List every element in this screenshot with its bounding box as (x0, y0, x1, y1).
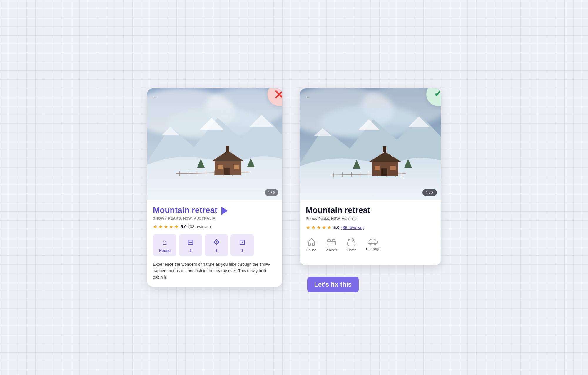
right-rating-count[interactable]: (38 reviews) (341, 225, 364, 230)
right-icon-house: House (306, 238, 317, 252)
garage-icon-right (368, 238, 378, 245)
right-stars: ★ ★ ★ ★ ★ (306, 224, 332, 231)
right-icon-bath: 1 bath (346, 238, 357, 252)
garage-label-right: 1 garage (365, 247, 380, 251)
bath-label: 1 (215, 248, 217, 253)
beds-label-right: 2 beds (326, 248, 337, 252)
right-icons-row: House 2 beds (306, 235, 435, 255)
svg-rect-23 (234, 165, 239, 169)
cursor-arrow (221, 207, 228, 215)
left-image-counter: 1 / 8 (265, 189, 278, 196)
mountain-svg-left (147, 88, 282, 200)
right-card-image: ← 1 / 8 (300, 88, 441, 200)
right-icon-garage: 1 garage (365, 238, 380, 252)
bath-icon: ⚙ (213, 238, 220, 247)
beds-label: 2 (189, 248, 191, 253)
car-icon: ⊡ (239, 238, 245, 247)
checkmark-icon: ✓ (434, 88, 441, 99)
house-label-right: House (306, 248, 317, 252)
left-rating-row: ★ ★ ★ ★ ★ 5.0 (38 reviews) (153, 223, 276, 230)
svg-rect-49 (375, 166, 380, 170)
star-5: ★ (174, 223, 179, 230)
svg-line-64 (354, 245, 354, 246)
mountain-scene-left (147, 88, 282, 200)
star-3: ★ (163, 223, 168, 230)
star-r5: ★ (327, 224, 332, 231)
main-container: ← 1 / 8 Mountain retreat SNOWY PEAKS, NS… (135, 77, 453, 298)
icon-box-beds: ⊟ 2 (179, 234, 202, 256)
svg-rect-60 (348, 242, 355, 245)
right-card-location: Snowy Peaks, NSW, Australia (306, 216, 435, 221)
svg-line-63 (348, 245, 349, 246)
star-r4: ★ (322, 224, 326, 231)
left-stars: ★ ★ ★ ★ ★ (153, 223, 179, 230)
star-4: ★ (169, 223, 173, 230)
svg-rect-24 (224, 168, 230, 175)
house-label: House (159, 248, 171, 253)
right-card: ✓ (300, 88, 441, 265)
left-icons-row: ⌂ House ⊟ 2 ⚙ 1 ⊡ 1 (153, 234, 276, 256)
left-card-location: SNOWY PEAKS, NSW, AUSTRALIA (153, 216, 276, 221)
right-back-button[interactable]: ← (305, 93, 311, 101)
bed-icon-right (326, 238, 336, 246)
right-rating-row: ★ ★ ★ ★ ★ 5.0 (38 reviews) (306, 224, 435, 231)
bath-label-right: 1 bath (346, 248, 357, 252)
fix-tooltip[interactable]: Let's fix this (307, 277, 359, 292)
icon-box-bath: ⚙ 1 (205, 234, 228, 256)
bed-icon: ⊟ (187, 238, 194, 247)
house-icon-right (307, 238, 316, 246)
svg-rect-62 (348, 239, 350, 241)
left-card-description: Experience the wonders of nature as you … (153, 261, 276, 281)
garage-label: 1 (241, 248, 243, 253)
bath-icon-right (347, 238, 356, 246)
right-image-counter: 1 / 8 (422, 189, 437, 196)
star-r3: ★ (316, 224, 321, 231)
left-card-image: ← 1 / 8 (147, 88, 282, 200)
mountain-svg-right (300, 88, 441, 200)
left-rating-score: 5.0 (181, 224, 187, 229)
star-r1: ★ (306, 224, 310, 231)
svg-rect-48 (383, 146, 386, 152)
right-card-content: Mountain retreat Snowy Peaks, NSW, Austr… (300, 200, 441, 265)
svg-rect-50 (390, 166, 396, 170)
left-title-row: Mountain retreat (153, 205, 276, 216)
star-1: ★ (153, 223, 158, 230)
right-rating-score: 5.0 (333, 225, 340, 230)
house-icon: ⌂ (162, 238, 167, 247)
left-card-content: Mountain retreat SNOWY PEAKS, NSW, AUSTR… (147, 200, 282, 287)
right-icon-beds: 2 beds (326, 238, 337, 252)
svg-marker-54 (308, 238, 315, 245)
star-2: ★ (158, 223, 163, 230)
right-card-title: Mountain retreat (306, 205, 435, 215)
svg-rect-21 (226, 146, 229, 152)
right-card-wrapper: ✓ (300, 88, 441, 265)
left-back-button[interactable]: ← (152, 93, 158, 101)
left-card-title: Mountain retreat (153, 205, 217, 215)
mountain-scene-right (300, 88, 441, 200)
icon-box-garage: ⊡ 1 (230, 234, 254, 256)
left-rating-count: (38 reviews) (188, 224, 211, 229)
star-r2: ★ (311, 224, 316, 231)
svg-rect-22 (218, 165, 223, 169)
left-card-wrapper: ← 1 / 8 Mountain retreat SNOWY PEAKS, NS… (147, 88, 282, 287)
left-card: ← 1 / 8 Mountain retreat SNOWY PEAKS, NS… (147, 88, 282, 287)
svg-rect-51 (381, 168, 387, 176)
icon-box-house: ⌂ House (153, 234, 176, 256)
